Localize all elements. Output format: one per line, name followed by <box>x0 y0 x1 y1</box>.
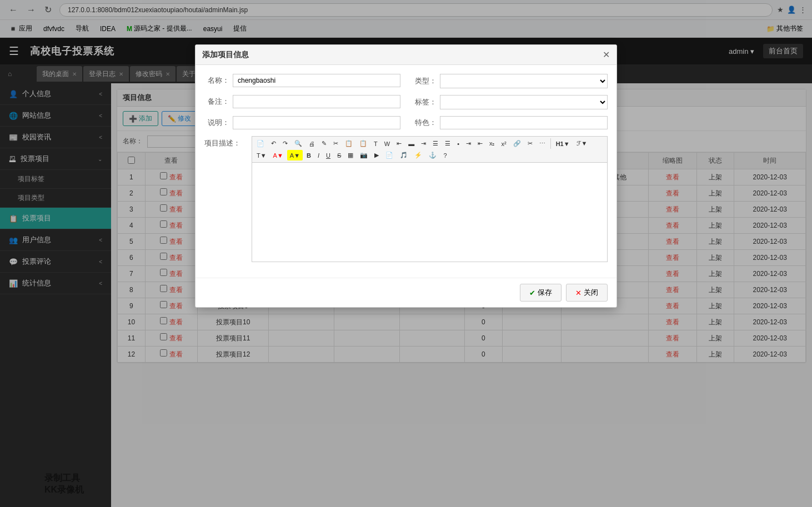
check-icon: ✔ <box>529 289 535 297</box>
editor-table-btn[interactable]: ▦ <box>345 150 356 160</box>
modal-overlay: 添加项目信息 ✕ 名称： 类型： 关于学习 关于生活 其他 <box>0 0 812 507</box>
form-row-4: 项目描述： 📄 ↶ ↷ 🔍 🖨 ✎ ✂ 📋 📋 T W <box>204 136 608 262</box>
editor-media-btn[interactable]: 🎵 <box>397 150 410 160</box>
editor-help-btn[interactable]: ? <box>440 150 449 160</box>
feature-input[interactable] <box>440 116 608 129</box>
remark-label: 备注： <box>204 97 229 107</box>
editor-image-btn[interactable]: 📷 <box>357 150 370 160</box>
editor-zoom-btn[interactable]: 🔍 <box>292 138 305 149</box>
modal-footer: ✔ 保存 ✕ 关闭 <box>196 278 616 307</box>
editor-indent-btn[interactable]: ⇥ <box>463 138 474 149</box>
form-group-feature: 特色： <box>412 116 608 129</box>
tag-select[interactable]: 生活 学习 其他 <box>440 95 608 109</box>
editor-video-btn[interactable]: ▶ <box>372 150 382 160</box>
form-row-2: 备注： 标签： 生活 学习 其他 <box>204 95 608 109</box>
editor-underline-btn[interactable]: U <box>323 150 333 160</box>
name-input[interactable] <box>233 74 400 87</box>
editor-toolbar: 📄 ↶ ↷ 🔍 🖨 ✎ ✂ 📋 📋 T W ⇤ ▬ ⇥ <box>252 136 608 162</box>
form-group-desc: 说明： <box>204 116 400 129</box>
editor-spell-btn[interactable]: ✎ <box>319 138 329 149</box>
form-group-name: 名称： <box>204 74 400 87</box>
project-desc-label: 项目描述： <box>204 138 240 148</box>
editor-redo-btn[interactable]: ↷ <box>280 138 290 149</box>
editor-container: 📄 ↶ ↷ 🔍 🖨 ✎ ✂ 📋 📋 T W ⇤ ▬ ⇥ <box>252 136 608 262</box>
editor-list-ol-btn[interactable]: ☰ <box>442 138 453 149</box>
editor-outdent-btn[interactable]: ⇤ <box>475 138 485 149</box>
desc-label: 说明： <box>204 118 229 128</box>
editor-align-center-btn[interactable]: ▬ <box>405 138 417 149</box>
editor-paste-text-btn[interactable]: T <box>371 138 380 149</box>
modal-body: 名称： 类型： 关于学习 关于生活 其他 备注： <box>196 65 616 278</box>
editor-anchor-btn[interactable]: ⚓ <box>426 150 439 160</box>
type-select[interactable]: 关于学习 关于生活 其他 <box>440 74 608 88</box>
editor-sub-btn[interactable]: x₂ <box>487 138 498 149</box>
editor-content[interactable] <box>252 162 608 262</box>
name-label: 名称： <box>204 76 229 86</box>
form-group-tag: 标签： 生活 学习 其他 <box>412 95 608 109</box>
editor-undo-btn[interactable]: ↶ <box>268 138 279 149</box>
close-modal-button[interactable]: ✕ 关闭 <box>566 284 608 302</box>
editor-more-btn[interactable]: ⋯ <box>537 138 548 149</box>
editor-sup-btn[interactable]: x² <box>498 138 509 149</box>
add-modal: 添加项目信息 ✕ 名称： 类型： 关于学习 关于生活 其他 <box>195 44 617 308</box>
editor-cut-btn[interactable]: ✂ <box>330 138 341 149</box>
form-row-1: 名称： 类型： 关于学习 关于生活 其他 <box>204 74 608 88</box>
feature-label: 特色： <box>412 118 437 128</box>
remark-input[interactable] <box>233 95 400 108</box>
editor-copy-btn[interactable]: 📋 <box>342 138 355 149</box>
form-group-remark: 备注： <box>204 95 400 108</box>
modal-title: 添加项目信息 <box>202 50 249 60</box>
editor-font-btn[interactable]: ℱ▼ <box>574 138 590 149</box>
editor-italic-btn[interactable]: I <box>315 150 322 160</box>
type-label: 类型： <box>412 76 437 86</box>
form-row-3: 说明： 特色： <box>204 116 608 129</box>
editor-flash-btn[interactable]: ⚡ <box>412 150 425 160</box>
editor-source-btn[interactable]: 📄 <box>254 138 267 149</box>
editor-print-btn[interactable]: 🖨 <box>306 138 318 149</box>
editor-align-right-btn[interactable]: ⇥ <box>418 138 429 149</box>
editor-size-btn[interactable]: T▼ <box>254 150 269 160</box>
form-group-type: 类型： 关于学习 关于生活 其他 <box>412 74 608 88</box>
editor-file-btn[interactable]: 📄 <box>383 150 396 160</box>
desc-input[interactable] <box>233 116 400 129</box>
save-button[interactable]: ✔ 保存 <box>520 284 562 302</box>
close-x-icon: ✕ <box>575 289 582 297</box>
editor-strikethrough-btn[interactable]: S <box>334 150 344 160</box>
editor-link-btn[interactable]: 🔗 <box>510 138 524 149</box>
editor-unlink-btn[interactable]: ✂ <box>525 138 535 149</box>
editor-paste-word-btn[interactable]: W <box>382 138 393 149</box>
modal-x-button[interactable]: ✕ <box>603 49 610 60</box>
tag-label: 标签： <box>412 97 437 107</box>
editor-align-left-btn[interactable]: ⇤ <box>394 138 404 149</box>
editor-fontcolor-btn[interactable]: A▼ <box>270 150 286 160</box>
editor-h1-btn[interactable]: H1▼ <box>553 138 573 149</box>
editor-align-justify-btn[interactable]: ☰ <box>430 138 441 149</box>
editor-list-ul-btn[interactable]: • <box>454 138 462 149</box>
editor-bgcolor-btn[interactable]: A▼ <box>287 150 303 160</box>
editor-paste-btn[interactable]: 📋 <box>357 138 370 149</box>
editor-bold-btn[interactable]: B <box>304 150 314 160</box>
modal-header: 添加项目信息 ✕ <box>196 45 616 65</box>
